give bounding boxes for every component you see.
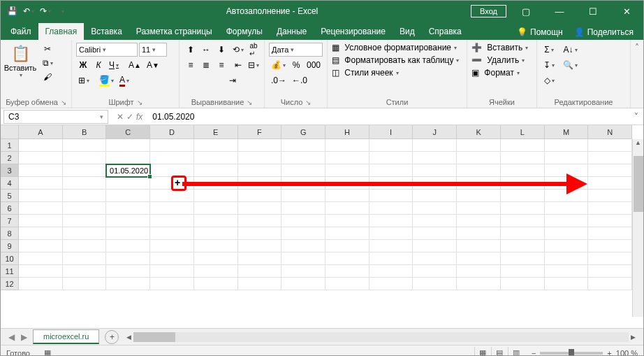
cell-B8[interactable] <box>63 227 107 240</box>
cell-G10[interactable] <box>281 252 325 265</box>
cell-D10[interactable] <box>150 252 194 265</box>
cell-I5[interactable] <box>369 190 414 202</box>
comma-icon[interactable]: 000 <box>305 58 323 72</box>
cell-N12[interactable] <box>588 278 632 290</box>
cell-J3[interactable] <box>413 164 457 177</box>
cell-D12[interactable] <box>150 278 194 290</box>
cell-F9[interactable] <box>238 240 282 252</box>
col-header-C[interactable]: C <box>106 125 150 139</box>
cell-C9[interactable] <box>106 240 150 252</box>
cell-M7[interactable] <box>545 215 589 227</box>
paste-button[interactable]: 📋 Вставить ▾ <box>5 43 36 78</box>
cell-D5[interactable] <box>150 190 194 202</box>
row-header-8[interactable]: 8 <box>1 227 19 240</box>
cell-L8[interactable] <box>501 227 545 240</box>
cell-L9[interactable] <box>501 240 545 252</box>
fill-handle[interactable] <box>147 174 152 179</box>
cell-M9[interactable] <box>545 240 589 252</box>
font-size-combo[interactable]: 11▾ <box>139 43 167 57</box>
clear-icon[interactable]: ◇▾ <box>541 73 557 87</box>
cell-K7[interactable] <box>457 215 501 227</box>
align-bottom-icon[interactable]: ⬇ <box>214 43 228 57</box>
cell-N8[interactable] <box>588 227 632 240</box>
align-center-icon[interactable]: ≣ <box>199 58 213 72</box>
col-header-K[interactable]: K <box>457 125 501 139</box>
cell-A1[interactable] <box>19 139 63 152</box>
col-header-A[interactable]: A <box>19 125 63 139</box>
percent-icon[interactable]: % <box>289 58 303 72</box>
row-header-4[interactable]: 4 <box>1 177 19 190</box>
cell-A4[interactable] <box>19 177 63 190</box>
cell-A9[interactable] <box>19 240 63 252</box>
cell-A3[interactable] <box>19 164 63 177</box>
orientation-icon[interactable]: ⟲▾ <box>231 43 245 57</box>
cell-F7[interactable] <box>238 215 282 227</box>
cell-D1[interactable] <box>150 139 194 152</box>
col-header-J[interactable]: J <box>413 125 457 139</box>
align-middle-icon[interactable]: ↔ <box>199 43 213 57</box>
formula-input[interactable]: 01.05.2020 <box>148 112 629 122</box>
col-header-M[interactable]: M <box>545 125 589 139</box>
vertical-scrollbar[interactable]: ▲ <box>632 139 643 317</box>
tab-help[interactable]: Справка <box>422 23 469 40</box>
cell-H6[interactable] <box>325 202 369 215</box>
zoom-level[interactable]: 100 % <box>616 349 638 357</box>
login-button[interactable]: Вход <box>471 5 506 17</box>
col-header-L[interactable]: L <box>501 125 545 139</box>
cell-G8[interactable] <box>281 227 325 240</box>
increase-indent-icon[interactable]: ⇥ <box>226 73 240 87</box>
cell-E1[interactable] <box>194 139 238 152</box>
cell-E12[interactable] <box>194 278 238 290</box>
cell-I10[interactable] <box>369 252 414 265</box>
tab-layout[interactable]: Разметка страницы <box>129 23 219 40</box>
cell-A5[interactable] <box>19 190 63 202</box>
merge-button[interactable]: ⊟▾ <box>247 58 261 72</box>
cell-M10[interactable] <box>545 252 589 265</box>
autosum-icon[interactable]: Σ▾ <box>541 43 557 57</box>
cell-G3[interactable] <box>281 164 325 177</box>
bold-button[interactable]: Ж <box>76 58 90 72</box>
cell-G2[interactable] <box>281 152 325 164</box>
row-header-1[interactable]: 1 <box>1 139 19 152</box>
cell-J7[interactable] <box>413 215 457 227</box>
cell-J12[interactable] <box>413 278 457 290</box>
close-icon[interactable]: ✕ <box>613 1 641 21</box>
add-sheet-icon[interactable]: + <box>105 330 119 344</box>
cell-K5[interactable] <box>457 190 501 202</box>
cell-D9[interactable] <box>150 240 194 252</box>
cell-J10[interactable] <box>413 252 457 265</box>
cell-B3[interactable] <box>63 164 107 177</box>
cell-B2[interactable] <box>63 152 107 164</box>
tab-file[interactable]: Файл <box>3 23 38 40</box>
cell-F2[interactable] <box>238 152 282 164</box>
cell-E8[interactable] <box>194 227 238 240</box>
collapse-ribbon-icon[interactable]: ˄ <box>631 40 643 108</box>
cell-L2[interactable] <box>501 152 545 164</box>
cell-K11[interactable] <box>457 265 501 278</box>
cell-H3[interactable] <box>325 164 369 177</box>
tab-data[interactable]: Данные <box>270 23 314 40</box>
cell-C10[interactable] <box>106 252 150 265</box>
borders-button[interactable]: ⊞▾ <box>76 73 92 87</box>
cell-I1[interactable] <box>369 139 414 152</box>
cells-area[interactable]: + 01.05.2020 <box>19 139 632 317</box>
cell-N2[interactable] <box>588 152 632 164</box>
cell-L12[interactable] <box>501 278 545 290</box>
enter-icon[interactable]: ✓ <box>126 112 133 122</box>
tab-insert[interactable]: Вставка <box>84 23 129 40</box>
cell-F5[interactable] <box>238 190 282 202</box>
row-header-10[interactable]: 10 <box>1 252 19 265</box>
cell-K12[interactable] <box>457 278 501 290</box>
cell-A10[interactable] <box>19 252 63 265</box>
underline-button[interactable]: Ч▾ <box>107 58 121 72</box>
cell-J6[interactable] <box>413 202 457 215</box>
row-header-7[interactable]: 7 <box>1 215 19 227</box>
cell-J5[interactable] <box>413 190 457 202</box>
row-header-5[interactable]: 5 <box>1 190 19 202</box>
col-header-D[interactable]: D <box>150 125 194 139</box>
cell-C5[interactable] <box>106 190 150 202</box>
cell-L7[interactable] <box>501 215 545 227</box>
cell-M6[interactable] <box>545 202 589 215</box>
cell-F3[interactable] <box>238 164 282 177</box>
cell-H10[interactable] <box>325 252 369 265</box>
